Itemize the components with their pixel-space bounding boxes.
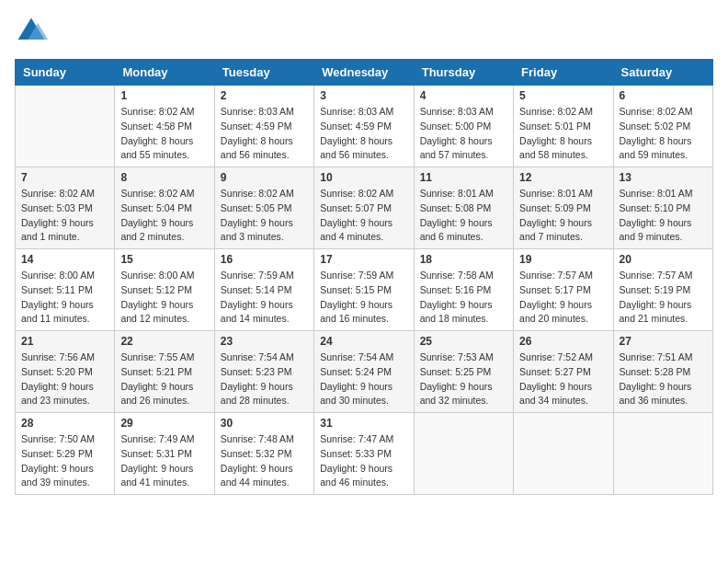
sunset-label: Sunset: 5:05 PM: [221, 202, 292, 213]
sunrise-label: Sunrise: 8:01 AM: [519, 188, 593, 199]
day-number: 2: [221, 89, 308, 102]
day-info: Sunrise: 8:02 AM Sunset: 5:05 PM Dayligh…: [221, 187, 308, 245]
calendar-cell: 30 Sunrise: 7:48 AM Sunset: 5:32 PM Dayl…: [214, 413, 313, 495]
day-number: 21: [21, 335, 108, 348]
sunrise-label: Sunrise: 7:49 AM: [120, 433, 194, 444]
daylight-label: Daylight: 9 hours and 34 minutes.: [519, 381, 592, 407]
day-info: Sunrise: 7:47 AM Sunset: 5:33 PM Dayligh…: [320, 432, 407, 490]
daylight-label: Daylight: 8 hours and 56 minutes.: [221, 135, 293, 161]
calendar-cell: 8 Sunrise: 8:02 AM Sunset: 5:04 PM Dayli…: [115, 167, 214, 249]
sunset-label: Sunset: 5:28 PM: [620, 366, 691, 377]
sunrise-label: Sunrise: 7:58 AM: [420, 270, 494, 281]
sunrise-label: Sunrise: 7:54 AM: [320, 351, 393, 362]
calendar-cell: 6 Sunrise: 8:02 AM Sunset: 5:02 PM Dayli…: [613, 86, 712, 167]
day-info: Sunrise: 7:55 AM Sunset: 5:21 PM Dayligh…: [120, 350, 208, 408]
day-number: 23: [221, 335, 308, 348]
daylight-label: Daylight: 9 hours and 12 minutes.: [120, 299, 193, 325]
day-number: 12: [519, 171, 607, 184]
day-number: 22: [120, 335, 208, 348]
sunset-label: Sunset: 5:31 PM: [120, 448, 192, 459]
daylight-label: Daylight: 9 hours and 23 minutes.: [21, 381, 94, 407]
calendar-cell: 28 Sunrise: 7:50 AM Sunset: 5:29 PM Dayl…: [16, 413, 115, 495]
day-info: Sunrise: 7:52 AM Sunset: 5:27 PM Dayligh…: [519, 350, 607, 408]
daylight-label: Daylight: 9 hours and 46 minutes.: [320, 463, 392, 488]
calendar-cell: 16 Sunrise: 7:59 AM Sunset: 5:14 PM Dayl…: [214, 249, 313, 331]
calendar-week-row: 14 Sunrise: 8:00 AM Sunset: 5:11 PM Dayl…: [16, 249, 713, 331]
sunrise-label: Sunrise: 7:59 AM: [320, 270, 393, 281]
calendar-cell: 4 Sunrise: 8:03 AM Sunset: 5:00 PM Dayli…: [414, 86, 513, 167]
calendar-cell: 24 Sunrise: 7:54 AM Sunset: 5:24 PM Dayl…: [314, 331, 414, 413]
daylight-label: Daylight: 9 hours and 21 minutes.: [620, 299, 692, 325]
sunset-label: Sunset: 5:33 PM: [320, 448, 392, 459]
daylight-label: Daylight: 9 hours and 41 minutes.: [120, 463, 193, 488]
calendar-cell: 10 Sunrise: 8:02 AM Sunset: 5:07 PM Dayl…: [314, 167, 414, 249]
day-info: Sunrise: 8:02 AM Sunset: 5:03 PM Dayligh…: [21, 187, 108, 245]
day-info: Sunrise: 7:49 AM Sunset: 5:31 PM Dayligh…: [120, 432, 208, 490]
sunset-label: Sunset: 5:07 PM: [320, 202, 392, 213]
weekday-header-tuesday: Tuesday: [214, 60, 313, 86]
weekday-header-friday: Friday: [514, 60, 613, 86]
day-number: 28: [21, 417, 108, 430]
day-number: 1: [120, 89, 208, 102]
sunset-label: Sunset: 5:29 PM: [21, 448, 93, 459]
calendar-cell: 27 Sunrise: 7:51 AM Sunset: 5:28 PM Dayl…: [613, 331, 712, 413]
day-number: 11: [420, 171, 507, 184]
daylight-label: Daylight: 9 hours and 26 minutes.: [120, 381, 193, 407]
sunset-label: Sunset: 5:08 PM: [420, 202, 492, 213]
daylight-label: Daylight: 9 hours and 44 minutes.: [221, 463, 293, 488]
daylight-label: Daylight: 9 hours and 7 minutes.: [519, 217, 592, 243]
daylight-label: Daylight: 8 hours and 57 minutes.: [420, 135, 493, 161]
daylight-label: Daylight: 9 hours and 1 minute.: [21, 217, 94, 243]
day-info: Sunrise: 8:03 AM Sunset: 4:59 PM Dayligh…: [221, 105, 308, 163]
daylight-label: Daylight: 8 hours and 59 minutes.: [620, 135, 692, 161]
sunrise-label: Sunrise: 7:50 AM: [21, 433, 95, 444]
calendar-cell: 3 Sunrise: 8:03 AM Sunset: 4:59 PM Dayli…: [314, 86, 414, 167]
sunrise-label: Sunrise: 8:02 AM: [120, 188, 194, 199]
sunset-label: Sunset: 4:58 PM: [120, 121, 192, 132]
sunrise-label: Sunrise: 8:01 AM: [620, 188, 693, 199]
calendar-cell: 22 Sunrise: 7:55 AM Sunset: 5:21 PM Dayl…: [115, 331, 214, 413]
day-info: Sunrise: 7:50 AM Sunset: 5:29 PM Dayligh…: [21, 432, 108, 490]
sunset-label: Sunset: 5:04 PM: [120, 202, 192, 213]
daylight-label: Daylight: 9 hours and 39 minutes.: [21, 463, 94, 488]
sunset-label: Sunset: 4:59 PM: [221, 121, 292, 132]
calendar-cell: [16, 86, 115, 167]
day-info: Sunrise: 7:54 AM Sunset: 5:24 PM Dayligh…: [320, 350, 407, 408]
day-info: Sunrise: 7:59 AM Sunset: 5:15 PM Dayligh…: [320, 269, 407, 327]
calendar-cell: 7 Sunrise: 8:02 AM Sunset: 5:03 PM Dayli…: [16, 167, 115, 249]
daylight-label: Daylight: 9 hours and 6 minutes.: [420, 217, 493, 243]
calendar-cell: 12 Sunrise: 8:01 AM Sunset: 5:09 PM Dayl…: [514, 167, 613, 249]
sunrise-label: Sunrise: 7:54 AM: [221, 351, 294, 362]
sunrise-label: Sunrise: 8:02 AM: [21, 188, 95, 199]
day-info: Sunrise: 7:59 AM Sunset: 5:14 PM Dayligh…: [221, 269, 308, 327]
day-number: 29: [120, 417, 208, 430]
day-number: 6: [620, 89, 707, 102]
sunset-label: Sunset: 5:15 PM: [320, 284, 392, 295]
day-number: 16: [221, 253, 308, 266]
daylight-label: Daylight: 9 hours and 16 minutes.: [320, 299, 392, 325]
day-info: Sunrise: 8:01 AM Sunset: 5:09 PM Dayligh…: [519, 187, 607, 245]
calendar-week-row: 21 Sunrise: 7:56 AM Sunset: 5:20 PM Dayl…: [16, 331, 713, 413]
sunrise-label: Sunrise: 7:59 AM: [221, 270, 294, 281]
sunset-label: Sunset: 4:59 PM: [320, 121, 392, 132]
day-info: Sunrise: 7:51 AM Sunset: 5:28 PM Dayligh…: [620, 350, 707, 408]
sunrise-label: Sunrise: 8:03 AM: [420, 106, 494, 117]
logo: [15, 15, 51, 48]
day-number: 15: [120, 253, 208, 266]
sunrise-label: Sunrise: 8:02 AM: [519, 106, 593, 117]
daylight-label: Daylight: 9 hours and 30 minutes.: [320, 381, 392, 407]
calendar-cell: 18 Sunrise: 7:58 AM Sunset: 5:16 PM Dayl…: [414, 249, 513, 331]
day-number: 19: [519, 253, 607, 266]
sunset-label: Sunset: 5:16 PM: [420, 284, 492, 295]
day-info: Sunrise: 7:57 AM Sunset: 5:17 PM Dayligh…: [519, 269, 607, 327]
daylight-label: Daylight: 9 hours and 28 minutes.: [221, 381, 293, 407]
day-number: 7: [21, 171, 108, 184]
weekday-header-monday: Monday: [115, 60, 214, 86]
sunset-label: Sunset: 5:02 PM: [620, 121, 691, 132]
day-number: 14: [21, 253, 108, 266]
day-info: Sunrise: 8:00 AM Sunset: 5:12 PM Dayligh…: [120, 269, 208, 327]
weekday-header-row: SundayMondayTuesdayWednesdayThursdayFrid…: [16, 60, 713, 86]
day-info: Sunrise: 7:56 AM Sunset: 5:20 PM Dayligh…: [21, 350, 108, 408]
daylight-label: Daylight: 9 hours and 20 minutes.: [519, 299, 592, 325]
day-number: 24: [320, 335, 407, 348]
